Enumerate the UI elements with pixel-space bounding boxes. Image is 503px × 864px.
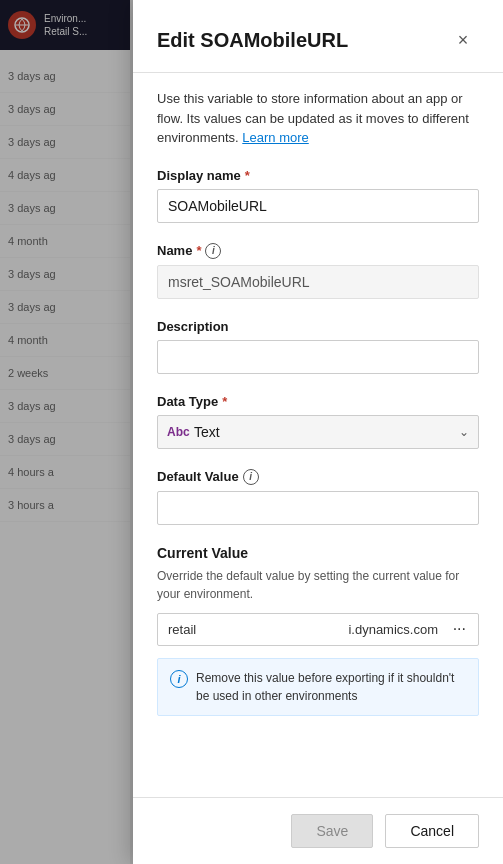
- modal-title: Edit SOAMobileURL: [157, 29, 348, 52]
- ellipsis-button[interactable]: ···: [449, 618, 470, 640]
- data-type-group: Data Type * Abc Text Number Boolean Date…: [157, 394, 479, 449]
- modal-body: Use this variable to store information a…: [133, 73, 503, 797]
- name-info-icon[interactable]: i: [205, 243, 221, 259]
- modal-header: Edit SOAMobileURL ×: [133, 0, 503, 73]
- info-banner-text: Remove this value before exporting if it…: [196, 669, 466, 705]
- abc-icon: Abc: [167, 425, 190, 439]
- default-value-info-icon[interactable]: i: [243, 469, 259, 485]
- cancel-button[interactable]: Cancel: [385, 814, 479, 848]
- current-value-section: Current Value Override the default value…: [157, 545, 479, 716]
- required-star: *: [222, 394, 227, 409]
- name-group: Name * i msret_SOAMobileURL: [157, 243, 479, 299]
- current-value-display: retail i.dynamics.com ···: [157, 613, 479, 646]
- data-type-select[interactable]: Text Number Boolean DateTime: [157, 415, 479, 449]
- description-label: Description: [157, 319, 479, 334]
- learn-more-link[interactable]: Learn more: [242, 130, 308, 145]
- save-button[interactable]: Save: [291, 814, 373, 848]
- description-input[interactable]: [157, 340, 479, 374]
- close-button[interactable]: ×: [447, 24, 479, 56]
- display-name-label: Display name *: [157, 168, 479, 183]
- data-type-wrapper: Abc Text Number Boolean DateTime ⌄: [157, 415, 479, 449]
- default-value-input[interactable]: [157, 491, 479, 525]
- modal-footer: Save Cancel: [133, 797, 503, 864]
- required-star: *: [245, 168, 250, 183]
- name-label: Name * i: [157, 243, 479, 259]
- default-value-label: Default Value i: [157, 469, 479, 485]
- edit-modal: Edit SOAMobileURL × Use this variable to…: [133, 0, 503, 864]
- required-star: *: [196, 243, 201, 258]
- modal-description: Use this variable to store information a…: [157, 89, 479, 148]
- default-value-group: Default Value i: [157, 469, 479, 525]
- display-name-input[interactable]: [157, 189, 479, 223]
- display-name-group: Display name *: [157, 168, 479, 223]
- data-type-label: Data Type *: [157, 394, 479, 409]
- info-banner-icon: i: [170, 670, 188, 688]
- description-group: Description: [157, 319, 479, 374]
- current-value-left: retail: [168, 622, 196, 637]
- current-value-title: Current Value: [157, 545, 479, 561]
- name-readonly: msret_SOAMobileURL: [157, 265, 479, 299]
- current-value-desc: Override the default value by setting th…: [157, 567, 479, 603]
- current-value-right: i.dynamics.com: [348, 622, 438, 637]
- info-banner: i Remove this value before exporting if …: [157, 658, 479, 716]
